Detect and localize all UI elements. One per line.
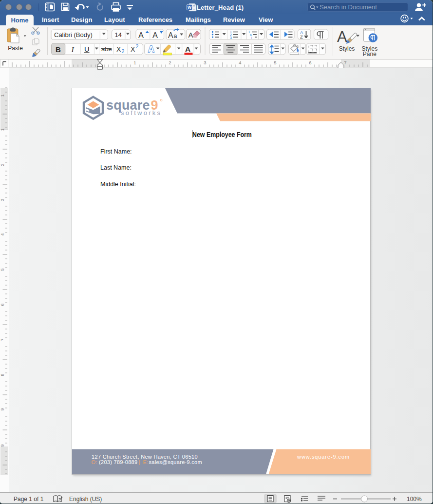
svg-text:8: 8 (0, 373, 5, 376)
svg-text:Pane: Pane (363, 51, 377, 58)
svg-text:E:: E: (143, 459, 149, 465)
svg-text:7: 7 (344, 60, 346, 65)
svg-text:Z: Z (300, 34, 303, 39)
svg-text:A: A (152, 31, 158, 39)
svg-text:5: 5 (0, 268, 5, 271)
svg-text:a: a (174, 33, 177, 39)
svg-text:Calibri (Body): Calibri (Body) (54, 31, 93, 39)
svg-text:2: 2 (122, 48, 125, 54)
svg-text:127 Church Street, New Haven,: 127 Church Street, New Haven, CT 06510 (92, 454, 198, 460)
svg-text:X: X (116, 45, 121, 53)
svg-text:I: I (71, 45, 75, 54)
svg-text:3: 3 (204, 60, 206, 65)
svg-text:7: 7 (0, 338, 5, 341)
svg-text:5: 5 (274, 60, 276, 65)
svg-text:B: B (56, 45, 61, 54)
svg-text:A: A (168, 31, 173, 39)
svg-text:1: 1 (0, 94, 5, 97)
svg-text:A: A (185, 45, 190, 53)
svg-text:2: 2 (0, 163, 5, 166)
svg-text:Paste: Paste (8, 45, 23, 52)
svg-text:3: 3 (230, 36, 232, 39)
svg-text:O:: O: (92, 459, 97, 465)
svg-text:|: | (139, 459, 140, 465)
svg-text:A: A (337, 28, 347, 45)
svg-text:U: U (84, 45, 89, 53)
svg-text:A: A (188, 31, 193, 39)
svg-text:6: 6 (0, 303, 5, 306)
svg-text:6: 6 (309, 60, 311, 65)
svg-text:9: 9 (0, 408, 5, 410)
svg-text:3: 3 (0, 198, 5, 201)
svg-text:(203) 789-0889: (203) 789-0889 (99, 459, 137, 465)
svg-text:1: 1 (133, 60, 136, 65)
svg-text:W: W (188, 5, 192, 10)
svg-text:A: A (138, 31, 144, 39)
svg-text:2: 2 (169, 60, 171, 65)
svg-text:softworks: softworks (121, 109, 161, 116)
svg-text:i: i (251, 36, 252, 39)
svg-text:www.square-9.com: www.square-9.com (297, 454, 350, 460)
svg-text:1: 1 (0, 128, 5, 131)
svg-text:X: X (131, 45, 135, 53)
svg-text:4: 4 (239, 60, 241, 65)
svg-text:sales@square-9.com: sales@square-9.com (149, 459, 203, 465)
svg-text:Styles: Styles (339, 45, 355, 52)
svg-text:14: 14 (115, 31, 122, 39)
svg-text:4: 4 (0, 233, 5, 235)
svg-text:9: 9 (0, 444, 5, 446)
svg-text:abe: abe (101, 45, 112, 53)
svg-text:A: A (148, 44, 154, 54)
svg-text:2: 2 (136, 43, 139, 49)
